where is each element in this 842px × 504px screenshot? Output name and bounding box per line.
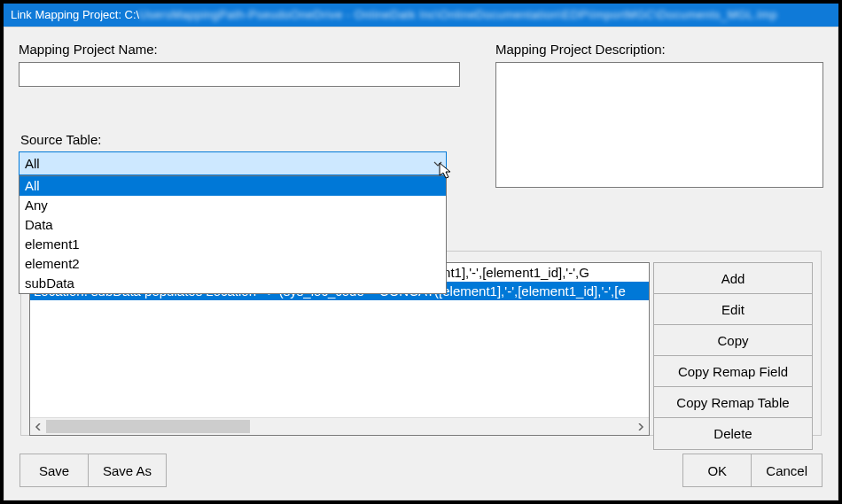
horizontal-scrollbar[interactable] <box>30 417 649 435</box>
ok-button[interactable]: OK <box>682 454 752 487</box>
description-label: Mapping Project Description: <box>495 42 823 57</box>
save-as-button[interactable]: Save As <box>89 454 167 487</box>
source-table-select[interactable]: All <box>19 151 447 175</box>
copy-button[interactable]: Copy <box>654 325 812 356</box>
dropdown-option[interactable]: Data <box>19 215 446 235</box>
add-button[interactable]: Add <box>654 263 812 294</box>
save-button[interactable]: Save <box>19 454 89 487</box>
name-label: Mapping Project Name: <box>19 42 460 57</box>
dropdown-option[interactable]: Any <box>19 196 446 215</box>
edit-button[interactable]: Edit <box>654 294 812 325</box>
scroll-left-button[interactable] <box>30 418 46 435</box>
side-button-group: Add Edit Copy Copy Remap Field Copy Rema… <box>653 262 813 450</box>
title-bar: Link Mapping Project: C:\UsersMappingPat… <box>4 4 838 27</box>
title-path: UsersMappingPath-PseudoOneDrive - Online… <box>139 4 777 27</box>
dropdown-option[interactable]: element2 <box>19 254 446 274</box>
scroll-thumb[interactable] <box>46 420 250 433</box>
project-description-input[interactable] <box>495 62 823 188</box>
project-name-input[interactable] <box>19 62 460 87</box>
chevron-down-icon <box>433 159 442 168</box>
cancel-button[interactable]: Cancel <box>752 454 823 487</box>
dropdown-option[interactable]: element1 <box>19 235 446 254</box>
source-table-selected: All <box>25 156 40 171</box>
delete-button[interactable]: Delete <box>654 418 812 449</box>
dropdown-option[interactable]: subData <box>19 274 446 293</box>
scroll-right-button[interactable] <box>633 418 649 435</box>
source-table-label: Source Table: <box>20 132 101 147</box>
copy-remap-field-button[interactable]: Copy Remap Field <box>654 356 812 387</box>
source-table-dropdown[interactable]: All Any Data element1 element2 subData <box>19 175 447 294</box>
dropdown-option[interactable]: All <box>19 176 446 196</box>
title-prefix: Link Mapping Project: C:\ <box>11 8 139 21</box>
copy-remap-table-button[interactable]: Copy Remap Table <box>654 387 812 418</box>
